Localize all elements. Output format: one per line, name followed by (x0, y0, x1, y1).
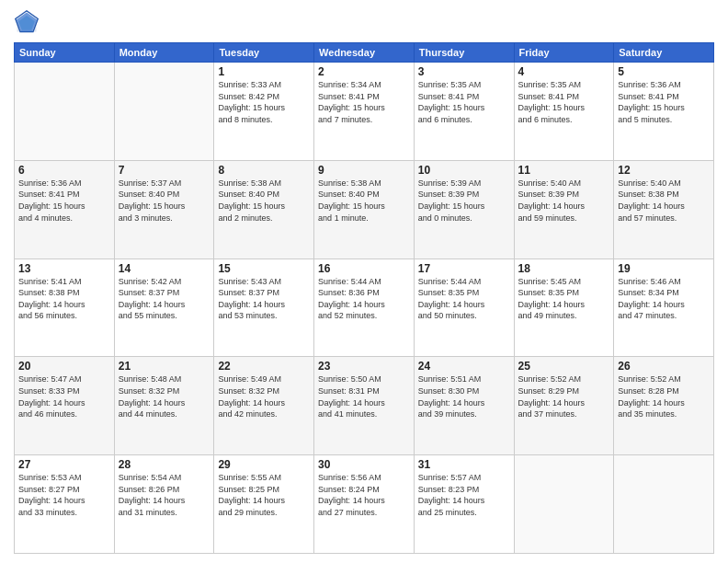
calendar-day-cell: 28Sunrise: 5:54 AM Sunset: 8:26 PM Dayli… (114, 455, 214, 554)
header (14, 9, 714, 35)
day-number: 3 (418, 65, 510, 78)
day-info: Sunrise: 5:49 AM Sunset: 8:32 PM Dayligh… (218, 373, 310, 419)
calendar-day-cell: 16Sunrise: 5:44 AM Sunset: 8:36 PM Dayli… (314, 259, 415, 357)
day-info: Sunrise: 5:52 AM Sunset: 8:28 PM Dayligh… (618, 373, 710, 419)
day-info: Sunrise: 5:56 AM Sunset: 8:24 PM Dayligh… (318, 472, 410, 518)
calendar-day-cell: 7Sunrise: 5:37 AM Sunset: 8:40 PM Daylig… (114, 160, 214, 259)
day-number: 14 (119, 262, 210, 275)
day-info: Sunrise: 5:35 AM Sunset: 8:41 PM Dayligh… (418, 79, 510, 125)
day-number: 23 (318, 360, 410, 373)
day-number: 6 (18, 164, 110, 177)
calendar-day-cell: 2Sunrise: 5:34 AM Sunset: 8:41 PM Daylig… (314, 63, 415, 161)
day-info: Sunrise: 5:36 AM Sunset: 8:41 PM Dayligh… (618, 79, 710, 125)
day-info: Sunrise: 5:42 AM Sunset: 8:37 PM Dayligh… (119, 276, 210, 322)
day-info: Sunrise: 5:44 AM Sunset: 8:35 PM Dayligh… (418, 276, 510, 322)
day-info: Sunrise: 5:46 AM Sunset: 8:34 PM Dayligh… (618, 276, 710, 322)
day-number: 25 (518, 360, 610, 373)
day-number: 10 (418, 164, 510, 177)
day-number: 31 (418, 458, 510, 471)
calendar-day-cell: 30Sunrise: 5:56 AM Sunset: 8:24 PM Dayli… (314, 455, 415, 554)
day-info: Sunrise: 5:44 AM Sunset: 8:36 PM Dayligh… (318, 276, 410, 322)
day-number: 2 (318, 65, 410, 78)
day-info: Sunrise: 5:53 AM Sunset: 8:27 PM Dayligh… (18, 472, 110, 518)
day-info: Sunrise: 5:48 AM Sunset: 8:32 PM Dayligh… (119, 373, 210, 419)
calendar-day-cell: 27Sunrise: 5:53 AM Sunset: 8:27 PM Dayli… (15, 455, 115, 554)
day-info: Sunrise: 5:47 AM Sunset: 8:33 PM Dayligh… (18, 373, 110, 419)
day-info: Sunrise: 5:33 AM Sunset: 8:42 PM Dayligh… (218, 79, 310, 125)
day-info: Sunrise: 5:43 AM Sunset: 8:37 PM Dayligh… (218, 276, 310, 322)
weekday-header-row: SundayMondayTuesdayWednesdayThursdayFrid… (15, 43, 714, 63)
calendar: SundayMondayTuesdayWednesdayThursdayFrid… (14, 42, 714, 554)
day-number: 20 (18, 360, 110, 373)
calendar-day-cell: 8Sunrise: 5:38 AM Sunset: 8:40 PM Daylig… (214, 160, 314, 259)
calendar-day-cell: 11Sunrise: 5:40 AM Sunset: 8:39 PM Dayli… (514, 160, 614, 259)
calendar-day-cell: 20Sunrise: 5:47 AM Sunset: 8:33 PM Dayli… (15, 357, 115, 455)
day-info: Sunrise: 5:41 AM Sunset: 8:38 PM Dayligh… (18, 276, 110, 322)
day-number: 27 (18, 458, 110, 471)
day-info: Sunrise: 5:51 AM Sunset: 8:30 PM Dayligh… (418, 373, 510, 419)
day-number: 24 (418, 360, 510, 373)
logo (14, 9, 43, 35)
calendar-day-cell: 1Sunrise: 5:33 AM Sunset: 8:42 PM Daylig… (214, 63, 314, 161)
calendar-day-cell: 6Sunrise: 5:36 AM Sunset: 8:41 PM Daylig… (15, 160, 115, 259)
weekday-header-wednesday: Wednesday (314, 43, 415, 63)
calendar-day-cell: 31Sunrise: 5:57 AM Sunset: 8:23 PM Dayli… (414, 455, 514, 554)
day-number: 17 (418, 262, 510, 275)
calendar-day-cell: 14Sunrise: 5:42 AM Sunset: 8:37 PM Dayli… (114, 259, 214, 357)
weekday-header-sunday: Sunday (15, 43, 115, 63)
day-number: 11 (518, 164, 610, 177)
day-info: Sunrise: 5:39 AM Sunset: 8:39 PM Dayligh… (418, 178, 510, 224)
day-info: Sunrise: 5:54 AM Sunset: 8:26 PM Dayligh… (119, 472, 210, 518)
logo-icon (14, 9, 40, 35)
day-number: 7 (119, 164, 210, 177)
calendar-day-cell: 19Sunrise: 5:46 AM Sunset: 8:34 PM Dayli… (614, 259, 714, 357)
calendar-day-cell (114, 63, 214, 161)
calendar-day-cell: 5Sunrise: 5:36 AM Sunset: 8:41 PM Daylig… (614, 63, 714, 161)
calendar-week-row: 1Sunrise: 5:33 AM Sunset: 8:42 PM Daylig… (15, 63, 714, 161)
calendar-day-cell: 15Sunrise: 5:43 AM Sunset: 8:37 PM Dayli… (214, 259, 314, 357)
calendar-day-cell: 4Sunrise: 5:35 AM Sunset: 8:41 PM Daylig… (514, 63, 614, 161)
calendar-day-cell: 25Sunrise: 5:52 AM Sunset: 8:29 PM Dayli… (514, 357, 614, 455)
day-number: 9 (318, 164, 410, 177)
calendar-day-cell: 21Sunrise: 5:48 AM Sunset: 8:32 PM Dayli… (114, 357, 214, 455)
calendar-day-cell (15, 63, 115, 161)
day-info: Sunrise: 5:37 AM Sunset: 8:40 PM Dayligh… (119, 178, 210, 224)
calendar-day-cell: 10Sunrise: 5:39 AM Sunset: 8:39 PM Dayli… (414, 160, 514, 259)
day-number: 19 (618, 262, 710, 275)
day-info: Sunrise: 5:50 AM Sunset: 8:31 PM Dayligh… (318, 373, 410, 419)
day-info: Sunrise: 5:57 AM Sunset: 8:23 PM Dayligh… (418, 472, 510, 518)
weekday-header-saturday: Saturday (614, 43, 714, 63)
day-number: 13 (18, 262, 110, 275)
day-number: 15 (218, 262, 310, 275)
weekday-header-thursday: Thursday (414, 43, 514, 63)
day-number: 26 (618, 360, 710, 373)
calendar-week-row: 20Sunrise: 5:47 AM Sunset: 8:33 PM Dayli… (15, 357, 714, 455)
day-info: Sunrise: 5:36 AM Sunset: 8:41 PM Dayligh… (18, 178, 110, 224)
day-info: Sunrise: 5:55 AM Sunset: 8:25 PM Dayligh… (218, 472, 310, 518)
day-number: 21 (119, 360, 210, 373)
day-number: 30 (318, 458, 410, 471)
calendar-day-cell: 13Sunrise: 5:41 AM Sunset: 8:38 PM Dayli… (15, 259, 115, 357)
day-info: Sunrise: 5:52 AM Sunset: 8:29 PM Dayligh… (518, 373, 610, 419)
calendar-day-cell (514, 455, 614, 554)
calendar-day-cell (614, 455, 714, 554)
day-info: Sunrise: 5:38 AM Sunset: 8:40 PM Dayligh… (318, 178, 410, 224)
calendar-day-cell: 3Sunrise: 5:35 AM Sunset: 8:41 PM Daylig… (414, 63, 514, 161)
calendar-day-cell: 18Sunrise: 5:45 AM Sunset: 8:35 PM Dayli… (514, 259, 614, 357)
calendar-week-row: 6Sunrise: 5:36 AM Sunset: 8:41 PM Daylig… (15, 160, 714, 259)
calendar-day-cell: 29Sunrise: 5:55 AM Sunset: 8:25 PM Dayli… (214, 455, 314, 554)
calendar-week-row: 27Sunrise: 5:53 AM Sunset: 8:27 PM Dayli… (15, 455, 714, 554)
day-number: 18 (518, 262, 610, 275)
day-info: Sunrise: 5:40 AM Sunset: 8:38 PM Dayligh… (618, 178, 710, 224)
calendar-day-cell: 17Sunrise: 5:44 AM Sunset: 8:35 PM Dayli… (414, 259, 514, 357)
day-info: Sunrise: 5:38 AM Sunset: 8:40 PM Dayligh… (218, 178, 310, 224)
calendar-day-cell: 12Sunrise: 5:40 AM Sunset: 8:38 PM Dayli… (614, 160, 714, 259)
day-info: Sunrise: 5:35 AM Sunset: 8:41 PM Dayligh… (518, 79, 610, 125)
day-number: 4 (518, 65, 610, 78)
day-number: 12 (618, 164, 710, 177)
calendar-day-cell: 9Sunrise: 5:38 AM Sunset: 8:40 PM Daylig… (314, 160, 415, 259)
calendar-day-cell: 26Sunrise: 5:52 AM Sunset: 8:28 PM Dayli… (614, 357, 714, 455)
day-info: Sunrise: 5:34 AM Sunset: 8:41 PM Dayligh… (318, 79, 410, 125)
page: SundayMondayTuesdayWednesdayThursdayFrid… (0, 0, 728, 563)
calendar-day-cell: 22Sunrise: 5:49 AM Sunset: 8:32 PM Dayli… (214, 357, 314, 455)
